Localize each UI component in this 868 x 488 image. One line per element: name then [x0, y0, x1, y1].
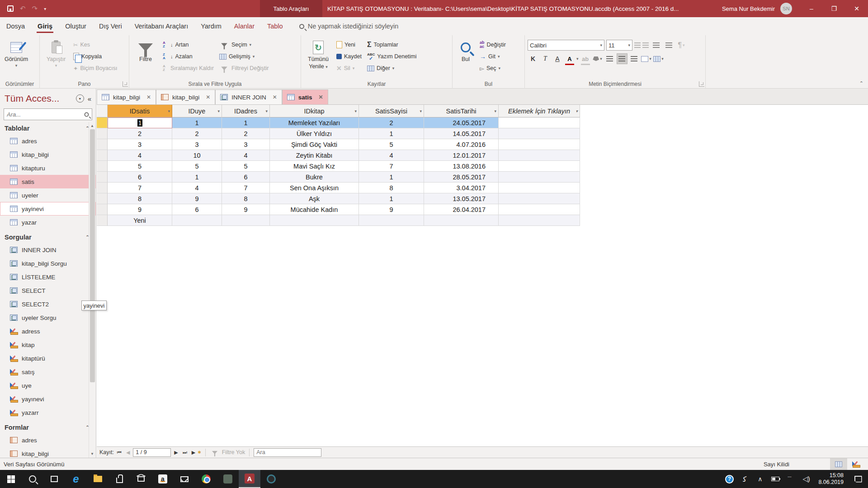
cell[interactable]: 2	[108, 128, 172, 139]
row-selector[interactable]	[97, 204, 108, 215]
cell[interactable]: 12.01.2017	[424, 150, 499, 161]
clipboard-dialog-launcher[interactable]	[123, 81, 128, 87]
cell[interactable]	[499, 215, 580, 226]
row-selector[interactable]	[97, 161, 108, 172]
font-size-select[interactable]: 11▾	[606, 40, 632, 51]
nav-table-uyeler[interactable]: uyeler	[0, 188, 96, 202]
tab-yardim[interactable]: Yardım	[194, 17, 228, 35]
font-color-caret[interactable]: ▾	[576, 56, 579, 61]
cell[interactable]: 26.04.2017	[424, 204, 499, 215]
shutter-bar-icon[interactable]: «	[88, 95, 91, 103]
align-center-button[interactable]	[617, 53, 627, 64]
cell[interactable]: 1	[172, 172, 222, 183]
cell[interactable]: 4	[108, 150, 172, 161]
next-record-button[interactable]: ▶	[173, 450, 179, 455]
filter-status[interactable]: Filtre Yok	[210, 449, 245, 455]
cell[interactable]: 6	[172, 204, 222, 215]
people-tray-button[interactable]: ﻛ	[737, 470, 752, 488]
column-header-iduye[interactable]: IDuye▾	[172, 105, 222, 117]
nav-table-kitapturu[interactable]: kitapturu	[0, 161, 96, 175]
nav-query-yazarr[interactable]: yazarr	[0, 406, 96, 419]
design-view-button[interactable]	[847, 458, 864, 470]
taskbar-app-13[interactable]	[260, 470, 282, 488]
taskbar-store[interactable]	[108, 470, 130, 488]
nav-query-listeleme[interactable]: LİSTELEME	[0, 270, 96, 284]
cell[interactable]: 1	[359, 193, 424, 204]
scroll-down-icon[interactable]: ▼	[90, 450, 94, 458]
cell[interactable]: 7	[359, 161, 424, 172]
column-header-satistarihi[interactable]: SatisTarihi▾	[424, 105, 499, 117]
cell[interactable]: 4	[222, 150, 270, 161]
doc-tab-kitap-bilgi-form[interactable]: kitap_bilgi✕	[156, 89, 215, 104]
row-selector[interactable]	[97, 139, 108, 150]
cell[interactable]: 1	[359, 172, 424, 183]
tab-dis-veri[interactable]: Dış Veri	[93, 17, 128, 35]
taskbar-edge[interactable]: e	[65, 470, 87, 488]
format-painter-button[interactable]: ✦Biçim Boyacısı	[71, 62, 119, 74]
cell[interactable]: Memleket Yazıları	[270, 117, 359, 128]
wifi-indicator[interactable]: ㆒	[783, 470, 798, 488]
cell[interactable]: 28.05.2017	[424, 172, 499, 183]
avatar[interactable]: SN	[780, 3, 792, 14]
increase-indent-icon[interactable]	[651, 40, 661, 51]
cell[interactable]: 2	[222, 128, 270, 139]
cut-button[interactable]: ✂Kes	[71, 39, 119, 51]
scroll-thumb[interactable]	[90, 129, 95, 382]
nav-search-box[interactable]	[4, 108, 92, 120]
bullet-list-icon[interactable]	[634, 42, 641, 48]
cell[interactable]	[499, 204, 580, 215]
nav-query-select[interactable]: SELECT	[0, 284, 96, 297]
cell[interactable]: Zeytin Kitabı	[270, 150, 359, 161]
cell[interactable]	[499, 150, 580, 161]
cell[interactable]: 8	[108, 193, 172, 204]
cell[interactable]: 9	[222, 204, 270, 215]
nav-query-kitapturu[interactable]: kitaptürü	[0, 352, 96, 365]
alt-row-color-button[interactable]: ▾	[653, 53, 664, 64]
cell[interactable]: Aşk	[270, 193, 359, 204]
customize-qat-icon[interactable]: ▾	[44, 6, 46, 11]
nav-query-adress[interactable]: adress	[0, 324, 96, 338]
nav-pane-menu-icon[interactable]: ▾	[76, 94, 84, 103]
taskbar-search-button[interactable]	[22, 470, 43, 488]
underline-button[interactable]: A	[552, 53, 563, 64]
cell[interactable]: 6	[108, 172, 172, 183]
record-search-input[interactable]	[254, 448, 321, 457]
cell[interactable]: 3	[222, 139, 270, 150]
tab-tablo[interactable]: Tablo	[261, 17, 289, 35]
taskbar-chrome[interactable]	[195, 470, 217, 488]
tab-veritabani-araclari[interactable]: Veritabanı Araçları	[128, 17, 195, 35]
toggle-filter-button[interactable]: Filtreyi Değiştir	[217, 62, 271, 74]
more-button[interactable]: Diğer▾	[365, 62, 419, 74]
nav-query-yayinevi[interactable]: yayınevi	[0, 392, 96, 406]
cell[interactable]: 9	[172, 193, 222, 204]
cell[interactable]	[499, 193, 580, 204]
action-center-button[interactable]	[848, 470, 868, 488]
column-header-satissayisi[interactable]: SatisSayisi▾	[359, 105, 424, 117]
cell[interactable]: Sen Ona Aşıksın	[270, 183, 359, 193]
cell[interactable]: 9	[108, 204, 172, 215]
column-dropdown-icon[interactable]: ▾	[217, 109, 220, 113]
previous-record-button[interactable]: ◀	[125, 450, 131, 455]
column-dropdown-icon[interactable]: ▾	[265, 109, 268, 113]
sort-ascending-button[interactable]: AZ↓Artan	[161, 39, 216, 51]
nav-query-uye[interactable]: uye	[0, 379, 96, 392]
tab-dosya[interactable]: Dosya	[0, 17, 31, 35]
row-selector[interactable]	[97, 183, 108, 193]
nav-table-yazar[interactable]: yazar	[0, 216, 96, 229]
close-tab-icon[interactable]: ✕	[273, 94, 277, 100]
cell[interactable]: 8	[222, 193, 270, 204]
nav-search-input[interactable]	[7, 111, 84, 118]
advanced-button[interactable]: Gelişmiş▾	[217, 51, 271, 62]
cell[interactable]: 5	[222, 161, 270, 172]
cell[interactable]	[499, 117, 580, 128]
cell[interactable]: 1	[172, 117, 222, 128]
tab-giris[interactable]: Giriş	[31, 17, 59, 35]
cell[interactable]: 9	[359, 204, 424, 215]
cell[interactable]: 2	[172, 128, 222, 139]
cell[interactable]	[499, 139, 580, 150]
close-tab-icon[interactable]: ✕	[319, 94, 323, 100]
cell[interactable]: 1	[359, 128, 424, 139]
nav-query-kitap-bilgi-sorgu[interactable]: kitap_bilgi Sorgu	[0, 257, 96, 270]
column-dropdown-icon[interactable]: ▾	[354, 109, 357, 113]
nav-table-kitap-bilgi[interactable]: kitap_bilgi	[0, 148, 96, 161]
